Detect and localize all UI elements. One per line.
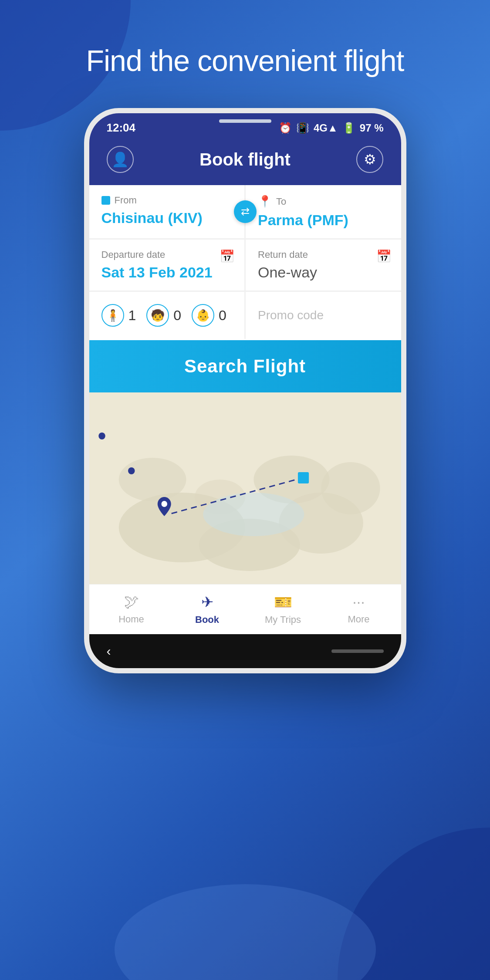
page-headline: Find the convenient flight (86, 44, 404, 78)
vibrate-icon: 📳 (296, 122, 309, 134)
status-bar: 12:04 ⏰ 📳 4G▲ 🔋 97 % (89, 113, 401, 139)
to-label: 📍 To (258, 195, 389, 208)
from-value: Chisinau (KIV) (101, 210, 233, 226)
app-header: 👤 Book flight ⚙ (89, 139, 401, 185)
from-icon (101, 196, 110, 205)
passengers-promo-row: 🧍 1 🧒 0 👶 0 Promo code (89, 292, 401, 339)
map-area (89, 392, 401, 584)
swap-button[interactable]: ⇄ (234, 200, 257, 223)
return-field[interactable]: Return date One-way 📅 (246, 240, 401, 291)
app-title: Book flight (199, 150, 291, 169)
svg-point-5 (321, 462, 380, 514)
return-calendar-icon: 📅 (376, 249, 392, 264)
adults-count: 1 (128, 308, 136, 324)
departure-calendar-icon: 📅 (220, 249, 235, 264)
to-field[interactable]: 📍 To Parma (PMF) (246, 185, 401, 238)
alarm-icon: ⏰ (279, 122, 292, 134)
location-pin-icon: 📍 (258, 195, 272, 208)
passengers-field[interactable]: 🧍 1 🧒 0 👶 0 (89, 292, 245, 339)
nav-home-label: Home (118, 614, 144, 625)
children-count: 0 (173, 308, 181, 324)
swap-icon: ⇄ (241, 206, 250, 218)
adult-icon: 🧍 (101, 304, 124, 327)
map-svg (89, 392, 401, 584)
back-button[interactable]: ‹ (107, 644, 111, 659)
nav-more[interactable]: ··· More (321, 593, 397, 625)
status-icons: ⏰ 📳 4G▲ 🔋 97 % (279, 122, 383, 134)
infants-count: 0 (219, 308, 226, 324)
bottom-nav: 🕊 Home ✈ Book 🎫 My Trips ··· More (89, 584, 401, 634)
mytrips-icon: 🎫 (274, 593, 292, 611)
profile-icon: 👤 (112, 151, 129, 168)
profile-button[interactable]: 👤 (107, 146, 134, 173)
more-icon: ··· (352, 593, 365, 610)
svg-point-9 (128, 467, 135, 474)
svg-point-7 (203, 493, 304, 536)
settings-icon: ⚙ (364, 151, 376, 168)
status-time: 12:04 (107, 121, 136, 135)
children-item: 🧒 0 (146, 304, 181, 327)
infants-item: 👶 0 (192, 304, 226, 327)
from-to-row: From Chisinau (KIV) ⇄ 📍 To Parma (PMF) (89, 185, 401, 238)
svg-point-3 (118, 458, 186, 501)
search-flight-button[interactable]: Search Flight (89, 340, 401, 392)
nav-mytrips-label: My Trips (265, 614, 301, 625)
svg-point-11 (161, 501, 167, 507)
from-field[interactable]: From Chisinau (KIV) (89, 185, 245, 238)
home-icon: 🕊 (124, 593, 139, 610)
return-label: Return date (258, 249, 389, 260)
phone-mockup: 12:04 ⏰ 📳 4G▲ 🔋 97 % 👤 Book flight ⚙ (84, 108, 406, 673)
signal-icon: 4G▲ (314, 122, 338, 134)
promo-placeholder: Promo code (258, 308, 324, 322)
nav-book[interactable]: ✈ Book (169, 593, 245, 625)
nav-more-label: More (348, 614, 369, 625)
svg-point-8 (98, 433, 105, 439)
dates-row: Departure date Sat 13 Feb 2021 📅 Return … (89, 240, 401, 291)
svg-rect-10 (297, 472, 308, 483)
return-value: One-way (258, 264, 389, 281)
to-value: Parma (PMF) (258, 212, 389, 229)
page-wrapper: Find the convenient flight 12:04 ⏰ 📳 4G▲… (0, 0, 490, 980)
nav-mytrips[interactable]: 🎫 My Trips (245, 593, 321, 625)
departure-field[interactable]: Departure date Sat 13 Feb 2021 📅 (89, 240, 245, 291)
battery-percent: 97 % (360, 122, 384, 134)
form-area: From Chisinau (KIV) ⇄ 📍 To Parma (PMF) (89, 185, 401, 339)
book-icon: ✈ (201, 593, 213, 611)
promo-field[interactable]: Promo code (246, 292, 401, 339)
departure-label: Departure date (101, 249, 233, 260)
from-label: From (101, 195, 233, 206)
battery-icon: 🔋 (342, 122, 355, 134)
infant-icon: 👶 (192, 304, 214, 327)
child-icon: 🧒 (146, 304, 169, 327)
phone-pill (219, 119, 271, 123)
nav-home[interactable]: 🕊 Home (94, 593, 169, 625)
departure-value: Sat 13 Feb 2021 (101, 264, 233, 281)
adults-item: 🧍 1 (101, 304, 136, 327)
system-bottom-bar: ‹ (89, 634, 401, 668)
settings-button[interactable]: ⚙ (356, 146, 383, 173)
nav-book-label: Book (195, 614, 219, 625)
home-pill[interactable] (331, 649, 384, 653)
